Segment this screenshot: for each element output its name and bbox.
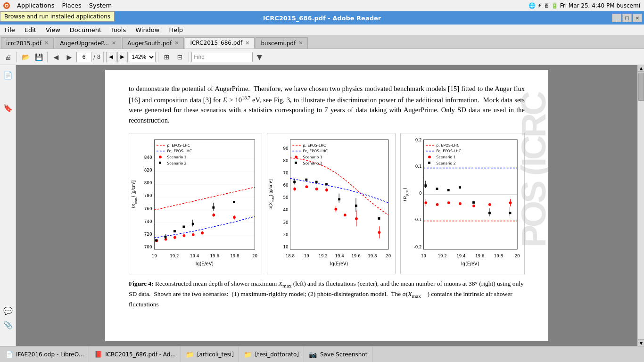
taskbar-item-articoli[interactable]: 📁 [articoli_tesi]	[181, 346, 239, 362]
window-title: ICRC2015_686.pdf - Adobe Reader	[263, 15, 381, 22]
open-button[interactable]: 📂	[19, 51, 32, 63]
tab-close-icon[interactable]: ✕	[44, 40, 49, 46]
svg-rect-95	[305, 179, 308, 181]
tab-close-icon[interactable]: ✕	[112, 40, 116, 46]
next-page-button[interactable]: ▶	[63, 51, 75, 63]
scrollbar[interactable]: ▲ ▼	[637, 65, 644, 346]
taskbar-item-libreoffice[interactable]: 📄 IFAE2016.odp - LibreO...	[0, 346, 89, 362]
svg-point-34	[192, 233, 195, 236]
zoom-in-button[interactable]: ▶	[117, 52, 128, 62]
svg-rect-44	[173, 230, 176, 232]
zoom-selector[interactable]: 142%	[129, 52, 156, 62]
toolbar-separator	[158, 52, 158, 62]
pdf-icon: 📕	[94, 350, 102, 359]
attachments-panel-button[interactable]: 📎	[2, 319, 14, 331]
svg-text:19.2: 19.2	[438, 254, 447, 258]
menu-help[interactable]: Help	[164, 25, 188, 34]
tab-close-icon[interactable]: ✕	[174, 40, 179, 46]
find-dropdown-button[interactable]: ▼	[254, 51, 266, 63]
pdf-container[interactable]: POS (ICRC to demonstrate the potential o…	[16, 65, 637, 346]
left-panel: 📄 🔖 💬 📎	[0, 65, 16, 346]
applications-menu[interactable]: Applications	[13, 1, 58, 10]
svg-point-33	[182, 234, 185, 237]
pdf-page: POS (ICRC to demonstrate the potential o…	[105, 70, 548, 341]
tab-buscemi[interactable]: buscemi.pdf ✕	[256, 37, 308, 49]
menu-window[interactable]: Window	[131, 25, 164, 34]
menu-file[interactable]: File	[0, 25, 20, 34]
folder2-icon: 📁	[244, 350, 252, 359]
taskbar-item-adobereader[interactable]: 📕 ICRC2015_686.pdf - Ad...	[89, 346, 181, 362]
minimize-button[interactable]: _	[612, 14, 621, 22]
toolbar-separator	[17, 52, 17, 62]
svg-text:19: 19	[421, 254, 426, 258]
menu-document[interactable]: Document	[65, 25, 106, 34]
libreoffice-icon: 📄	[5, 350, 13, 359]
save-button[interactable]: 💾	[33, 51, 45, 63]
charts-row: ⟨Xmax⟩ [g/cm²] 700 720 740 760 780 800 8…	[129, 133, 525, 274]
svg-text:Scenario 1: Scenario 1	[437, 155, 456, 159]
svg-text:19.2: 19.2	[170, 254, 179, 258]
svg-rect-48	[212, 206, 215, 209]
page-number-input[interactable]: 6	[76, 52, 91, 62]
taskbar-item-screenshot[interactable]: 📷 Save Screenshot	[304, 346, 372, 362]
svg-point-55	[159, 156, 162, 158]
svg-text:800: 800	[144, 181, 152, 185]
toolbar: 🖨 📂 💾 ◀ ▶ 6 / 8 ◀ ▶ 142% ⊞ ⊟ ▼	[0, 49, 644, 65]
system-menu[interactable]: System	[85, 1, 116, 10]
tab-augerupgrade[interactable]: AugerUpgradeP... ✕	[55, 37, 121, 49]
svg-text:40: 40	[283, 207, 289, 212]
battery-icon: 🔋	[551, 2, 558, 9]
scroll-down-button[interactable]: ▼	[638, 339, 644, 346]
svg-rect-42	[165, 236, 167, 238]
menu-view[interactable]: View	[41, 25, 65, 34]
taskbar-label: ICRC2015_686.pdf - Ad...	[105, 351, 176, 358]
bookmarks-panel-button[interactable]: 🔖	[2, 102, 14, 114]
svg-point-30	[165, 238, 167, 241]
svg-text:p, EPOS-LHC: p, EPOS-LHC	[303, 143, 326, 148]
svg-text:Scenario 2: Scenario 2	[437, 161, 456, 165]
display-icon: 🖥	[544, 2, 549, 9]
svg-text:Fe, EPOS-LHC: Fe, EPOS-LHC	[437, 149, 462, 153]
tab-close-icon[interactable]: ✕	[245, 40, 249, 46]
annotations-panel-button[interactable]: 💬	[2, 304, 14, 317]
prev-page-button[interactable]: ◀	[50, 51, 62, 63]
tab-icrc2015-686[interactable]: ICRC2015_686.pdf ✕	[185, 37, 255, 49]
menu-tools[interactable]: Tools	[106, 25, 131, 34]
svg-text:19: 19	[152, 254, 157, 258]
svg-text:10: 10	[283, 245, 289, 249]
menu-edit[interactable]: Edit	[20, 25, 41, 34]
svg-rect-57	[159, 162, 161, 164]
camera-icon: 📷	[309, 350, 317, 359]
svg-text:19.8: 19.8	[494, 254, 503, 258]
save-screenshot-label: Save Screenshot	[320, 351, 367, 358]
pages-panel-button[interactable]: 📄	[2, 69, 14, 81]
figure-caption: Figure 4: Reconstructed mean depth of sh…	[129, 279, 525, 309]
svg-rect-45	[182, 225, 185, 228]
fit-page-button[interactable]: ⊞	[161, 51, 173, 63]
print-button[interactable]: 🖨	[2, 51, 14, 63]
maximize-button[interactable]: □	[622, 14, 632, 22]
chart-xmax-mean: ⟨Xmax⟩ [g/cm²] 700 720 740 760 780 800 8…	[129, 133, 262, 274]
svg-text:19.6: 19.6	[475, 254, 484, 258]
svg-text:19.4: 19.4	[335, 254, 344, 258]
svg-point-135	[473, 205, 476, 207]
tab-augersouth[interactable]: AugerSouth.pdf ✕	[122, 37, 184, 49]
places-menu[interactable]: Places	[58, 1, 85, 10]
tab-label: AugerUpgradeP...	[60, 40, 109, 47]
tab-icrc2015[interactable]: icrc2015.pdf ✕	[1, 37, 54, 49]
fit-width-button[interactable]: ⊟	[174, 51, 186, 63]
zoom-out-button[interactable]: ◀	[106, 52, 116, 62]
tab-label: ICRC2015_686.pdf	[190, 40, 242, 46]
svg-text:780: 780	[144, 193, 152, 198]
svg-text:720: 720	[144, 232, 152, 237]
svg-rect-96	[315, 181, 318, 183]
scroll-thumb[interactable]	[638, 73, 644, 101]
tab-close-icon[interactable]: ✕	[298, 40, 303, 46]
scroll-up-button[interactable]: ▲	[638, 65, 644, 72]
svg-text:19.4: 19.4	[190, 254, 199, 258]
svg-text:820: 820	[144, 168, 152, 173]
svg-point-82	[305, 185, 308, 188]
find-input[interactable]	[191, 52, 253, 62]
taskbar-item-tesi[interactable]: 📁 [tesi_dottorato]	[239, 346, 304, 362]
close-button[interactable]: ✕	[633, 14, 642, 22]
